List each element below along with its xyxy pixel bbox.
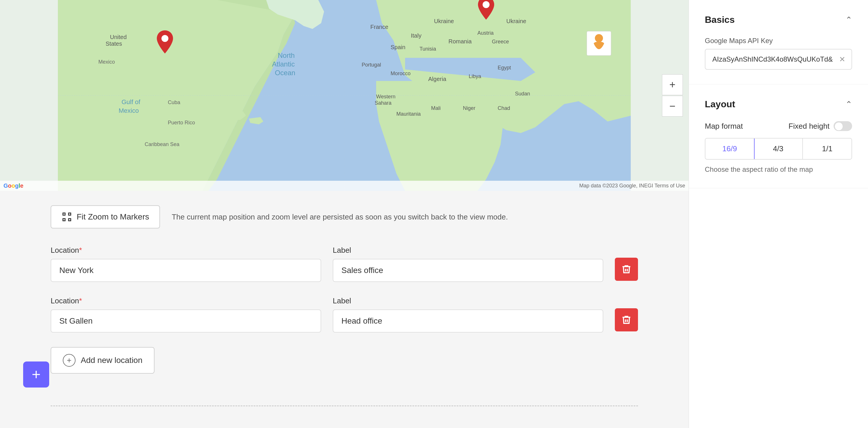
location-input-1[interactable] (51, 259, 321, 282)
api-key-input[interactable] (705, 49, 852, 70)
layout-header[interactable]: Layout ⌃ (705, 99, 852, 109)
svg-text:Spain: Spain (391, 44, 405, 50)
location-label-1: Location* (51, 246, 321, 255)
svg-text:Ukraine: Ukraine (506, 18, 526, 24)
delete-location-1-button[interactable] (615, 258, 638, 281)
dashed-divider (51, 405, 638, 406)
svg-text:North: North (278, 52, 295, 59)
add-location-button[interactable]: + Add new location (51, 347, 155, 374)
svg-text:Portugal: Portugal (362, 62, 381, 68)
controls-section: Fit Zoom to Markers The current map posi… (0, 191, 689, 388)
svg-text:Mauritania: Mauritania (396, 111, 421, 117)
map-format-row: Map format Fixed height (705, 121, 852, 131)
location-row-1: Location* Label (51, 246, 638, 282)
layout-chevron-icon: ⌃ (845, 99, 852, 109)
api-key-field: Google Maps API Key ✕ (705, 37, 852, 70)
aspect-ratio-1-1-button[interactable]: 1/1 (803, 138, 851, 159)
add-block-button[interactable] (23, 361, 49, 388)
trash-icon-2 (621, 315, 631, 325)
plus-circle-icon: + (63, 354, 75, 367)
svg-text:Western: Western (376, 94, 396, 99)
svg-text:Austria: Austria (477, 30, 494, 36)
location-input-2[interactable] (51, 309, 321, 333)
basics-header[interactable]: Basics ⌃ (705, 14, 852, 25)
svg-text:Sudan: Sudan (515, 91, 530, 97)
api-key-input-wrapper: ✕ (705, 49, 852, 70)
api-key-clear-button[interactable]: ✕ (837, 54, 847, 65)
api-key-label: Google Maps API Key (705, 37, 852, 45)
aspect-hint: Choose the aspect ratio of the map (705, 165, 852, 173)
fit-zoom-icon (62, 212, 72, 222)
google-logo: Google (3, 183, 24, 189)
svg-text:Niger: Niger (463, 105, 475, 111)
basics-section: Basics ⌃ Google Maps API Key ✕ (689, 0, 868, 85)
location-label-2: Location* (51, 296, 321, 305)
location-field-group-1: Location* (51, 246, 321, 282)
svg-text:Puerto Rico: Puerto Rico (168, 120, 195, 126)
svg-text:Ocean: Ocean (275, 69, 296, 77)
aspect-ratio-buttons: 16/9 4/3 1/1 (705, 138, 852, 160)
svg-text:Mali: Mali (431, 105, 441, 111)
label-input-1[interactable] (333, 259, 603, 282)
svg-text:Chad: Chad (498, 105, 510, 111)
map-data-text: Map data ©2023 Google, INEGI Terms of Us… (579, 183, 685, 189)
svg-text:Greece: Greece (492, 39, 509, 44)
map-attribution: Google Map data ©2023 Google, INEGI Term… (0, 181, 689, 191)
location-row-2: Location* Label (51, 296, 638, 333)
hint-text: The current map position and zoom level … (172, 212, 508, 222)
svg-text:Atlantic: Atlantic (272, 60, 295, 68)
fit-zoom-label: Fit Zoom to Markers (77, 212, 149, 222)
zoom-in-button[interactable]: + (662, 74, 683, 95)
aspect-ratio-16-9-button[interactable]: 16/9 (705, 138, 754, 160)
svg-point-38 (595, 34, 603, 42)
label-label-2: Label (333, 296, 603, 305)
svg-text:Mexico: Mexico (98, 59, 115, 65)
svg-text:United: United (110, 34, 127, 40)
aspect-ratio-4-3-button[interactable]: 4/3 (754, 138, 803, 159)
svg-text:Morocco: Morocco (391, 71, 410, 76)
svg-text:Libya: Libya (469, 73, 482, 79)
svg-point-35 (161, 35, 168, 42)
svg-text:Sahara: Sahara (375, 100, 392, 106)
map-controls: + − (662, 74, 683, 117)
svg-text:France: France (370, 24, 388, 30)
layout-section: Layout ⌃ Map format Fixed height 16/9 4/… (689, 85, 868, 188)
layout-title: Layout (705, 99, 735, 109)
zoom-out-button[interactable]: − (662, 96, 683, 117)
map-container: Gulf of Mexico North Atlantic Ocean Unit… (0, 0, 689, 191)
svg-text:Cuba: Cuba (168, 99, 181, 105)
fit-zoom-button[interactable]: Fit Zoom to Markers (51, 205, 160, 228)
svg-text:Ukraine: Ukraine (434, 18, 454, 24)
svg-text:Gulf of: Gulf of (122, 98, 141, 105)
basics-title: Basics (705, 14, 735, 25)
label-field-group-2: Label (333, 296, 603, 333)
fit-zoom-row: Fit Zoom to Markers The current map posi… (51, 205, 638, 228)
delete-location-2-button[interactable] (615, 308, 638, 331)
fixed-height-row: Fixed height (788, 121, 852, 131)
fixed-height-toggle[interactable] (834, 121, 852, 131)
svg-text:Mexico: Mexico (119, 107, 139, 114)
svg-text:Italy: Italy (411, 32, 422, 39)
svg-text:Caribbean Sea: Caribbean Sea (145, 141, 180, 147)
add-block-icon (30, 368, 42, 381)
label-label-1: Label (333, 246, 603, 255)
svg-text:States: States (105, 40, 122, 47)
svg-text:Romania: Romania (448, 38, 472, 44)
trash-icon (621, 264, 631, 274)
label-field-group-1: Label (333, 246, 603, 282)
add-location-label: Add new location (81, 356, 142, 365)
label-input-2[interactable] (333, 309, 603, 333)
svg-text:Egypt: Egypt (498, 65, 511, 71)
svg-text:Algeria: Algeria (428, 76, 446, 82)
sidebar: Basics ⌃ Google Maps API Key ✕ Layout ⌃ … (689, 0, 868, 428)
basics-chevron-icon: ⌃ (845, 15, 852, 25)
location-field-group-2: Location* (51, 296, 321, 333)
map-format-label: Map format (705, 122, 743, 131)
svg-point-36 (483, 1, 490, 8)
fixed-height-label: Fixed height (788, 122, 830, 131)
svg-text:Tunisia: Tunisia (420, 46, 436, 52)
